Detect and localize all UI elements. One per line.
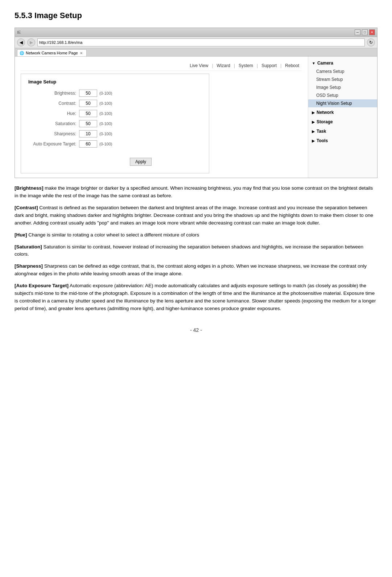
brightness-range: (0-100) [99, 91, 112, 95]
maximize-button[interactable]: □ [362, 29, 368, 35]
sidebar-network-header[interactable]: ▶ Network [308, 108, 377, 117]
brightness-desc: [Brightness] make the image brighter or … [15, 185, 377, 200]
cam-sidebar: ▼ Camera Camera Setup Stream Setup Image… [308, 57, 377, 178]
cam-main: Live View | Wizard | System | Support | … [15, 57, 308, 178]
camera-section-label: Camera [317, 61, 333, 66]
page-title: 5.5.3 Image Setup [15, 11, 377, 20]
brightness-desc-bold: [Brightness] [15, 185, 44, 191]
tab-icon: 🌐 [20, 51, 24, 55]
sharpness-desc-bold: [Sharpness] [15, 263, 43, 269]
browser-tab[interactable]: 🌐 Network Camera Home Page ✕ [17, 49, 87, 56]
browser-nav: ◀ ▶ ↻ [15, 37, 377, 48]
saturation-desc-bold: [Saturation] [15, 244, 42, 250]
browser-titlebar: IE ─ □ ✕ [15, 28, 377, 37]
contrast-input[interactable] [79, 100, 97, 107]
saturation-row: Saturation: (0-100) [28, 120, 202, 127]
titlebar-left: IE [17, 30, 21, 34]
page-number: - 42 - [15, 327, 377, 333]
sidebar-item-camera-setup[interactable]: Camera Setup [308, 67, 377, 75]
close-button[interactable]: ✕ [369, 29, 375, 35]
sidebar-tools-header[interactable]: ▶ Tools [308, 136, 377, 145]
hue-desc: [Hue] Change is similar to rotating a co… [15, 231, 377, 239]
sep2: | [234, 63, 235, 68]
sidebar-item-image-setup[interactable]: Image Setup [308, 83, 377, 91]
cam-topbar: Live View | Wizard | System | Support | … [21, 61, 302, 71]
auto-exposure-desc-text: Automatic exposure (abbreviation: AE) mo… [15, 283, 376, 311]
storage-section-label: Storage [317, 119, 333, 124]
system-link[interactable]: System [239, 63, 253, 68]
sharpness-desc: [Sharpness] Sharpness can be defined as … [15, 263, 377, 278]
sep1: | [212, 63, 213, 68]
browser-window: IE ─ □ ✕ ◀ ▶ ↻ 🌐 Network Camera Home Pag… [15, 28, 377, 178]
brightness-desc-text: make the image brighter or darker by a s… [15, 185, 373, 198]
image-setup-title: Image Setup [28, 79, 202, 85]
brightness-label: Brightness: [28, 91, 79, 96]
network-arrow-icon: ▶ [312, 111, 315, 115]
task-arrow-icon: ▶ [312, 129, 315, 133]
sidebar-section-tools: ▶ Tools [308, 136, 377, 145]
auto-exposure-label: Auto Exposure Target: [28, 141, 79, 147]
sidebar-section-network: ▶ Network [308, 108, 377, 117]
apply-button[interactable]: Apply [130, 158, 152, 166]
camera-arrow-icon: ▼ [312, 61, 315, 65]
sharpness-range: (0-100) [99, 132, 112, 136]
sharpness-label: Sharpness: [28, 131, 79, 136]
sidebar-section-camera: ▼ Camera Camera Setup Stream Setup Image… [308, 59, 377, 107]
live-view-link[interactable]: Live View [190, 63, 208, 68]
task-section-label: Task [317, 129, 326, 134]
tab-title: Network Camera Home Page [26, 51, 78, 55]
titlebar-right: ─ □ ✕ [355, 29, 375, 35]
app-icon: IE [17, 30, 21, 34]
tools-section-label: Tools [317, 138, 328, 143]
tools-arrow-icon: ▶ [312, 139, 315, 143]
contrast-desc: [Contrast] Contrast is defined as the se… [15, 204, 377, 227]
contrast-range: (0-100) [99, 101, 112, 106]
sidebar-item-night-vision-setup[interactable]: Night Vision Setup [308, 99, 377, 107]
tab-bar: 🌐 Network Camera Home Page ✕ [15, 48, 377, 57]
reboot-link[interactable]: Reboot [285, 63, 299, 68]
back-button[interactable]: ◀ [17, 38, 25, 46]
hue-row: Hue: (0-100) [28, 110, 202, 117]
image-setup-box: Image Setup Brightness: (0-100) Contrast… [21, 74, 209, 173]
saturation-desc: [Saturation] Saturation is similar to co… [15, 243, 377, 259]
hue-input[interactable] [79, 110, 97, 117]
browser-content: Live View | Wizard | System | Support | … [15, 57, 377, 178]
sidebar-item-osd-setup[interactable]: OSD Setup [308, 91, 377, 99]
contrast-desc-bold: [Contrast] [15, 205, 38, 210]
description-area: [Brightness] make the image brighter or … [15, 185, 377, 313]
refresh-button[interactable]: ↻ [367, 38, 375, 46]
auto-exposure-desc-bold: [Auto Exposure Target] [15, 283, 69, 288]
hue-desc-text: Change is similar to rotating a color wh… [28, 232, 199, 238]
saturation-input[interactable] [79, 120, 97, 127]
hue-desc-bold: [Hue] [15, 232, 27, 238]
contrast-desc-text: Contrast is defined as the separation be… [15, 205, 373, 226]
wizard-link[interactable]: Wizard [217, 63, 230, 68]
sep4: | [280, 63, 281, 68]
forward-button[interactable]: ▶ [27, 38, 35, 46]
minimize-button[interactable]: ─ [355, 29, 360, 35]
sidebar-section-task: ▶ Task [308, 127, 377, 136]
hue-range: (0-100) [99, 111, 112, 116]
contrast-row: Contrast: (0-100) [28, 100, 202, 107]
sharpness-row: Sharpness: (0-100) [28, 130, 202, 137]
sidebar-storage-header[interactable]: ▶ Storage [308, 118, 377, 126]
sidebar-section-storage: ▶ Storage [308, 118, 377, 126]
sidebar-item-stream-setup[interactable]: Stream Setup [308, 75, 377, 83]
saturation-desc-text: Saturation is similar to contrast, howev… [15, 244, 363, 257]
tab-close-button[interactable]: ✕ [80, 51, 83, 55]
sharpness-desc-text: Sharpness can be defined as edge contras… [15, 263, 367, 276]
saturation-range: (0-100) [99, 121, 112, 126]
sidebar-task-header[interactable]: ▶ Task [308, 127, 377, 136]
brightness-input[interactable] [79, 90, 97, 97]
hue-label: Hue: [28, 111, 79, 116]
auto-exposure-range: (0-100) [99, 142, 112, 146]
support-link[interactable]: Support [261, 63, 277, 68]
sharpness-input[interactable] [79, 130, 97, 137]
contrast-label: Contrast: [28, 101, 79, 106]
auto-exposure-input[interactable] [79, 140, 97, 148]
auto-exposure-desc: [Auto Exposure Target] Automatic exposur… [15, 282, 377, 313]
address-bar[interactable] [37, 38, 365, 46]
storage-arrow-icon: ▶ [312, 120, 315, 124]
sidebar-camera-header[interactable]: ▼ Camera [308, 59, 377, 67]
auto-exposure-row: Auto Exposure Target: (0-100) [28, 140, 202, 148]
